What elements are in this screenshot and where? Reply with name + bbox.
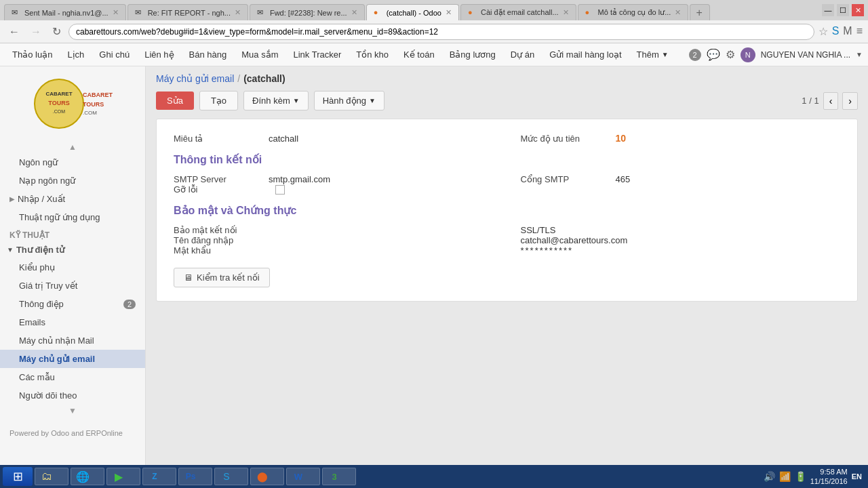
sidebar-item-ngon-ngu[interactable]: Ngôn ngữ	[0, 153, 145, 171]
clock-date: 11/15/2016	[810, 476, 848, 486]
sidebar-item-cac-mau[interactable]: Các mẫu	[0, 368, 145, 386]
taskbar-zalo[interactable]: Z	[142, 468, 176, 485]
tray-volume-icon: 📶	[779, 471, 791, 482]
sidebar-item-emails[interactable]: Emails	[0, 313, 145, 331]
value-smtp-server: smtp.gmail.com	[269, 174, 494, 184]
sidebar-item-ngon-ngu-label: Ngôn ngữ	[19, 157, 58, 167]
sidebar-item-may-chu-gui[interactable]: Máy chủ gửi email	[0, 350, 145, 368]
taskbar-media[interactable]: ▶	[106, 468, 140, 485]
profile-icon[interactable]: M	[843, 25, 852, 38]
maximize-button[interactable]: ☐	[837, 4, 849, 16]
tab-3[interactable]: ✉ Fwd: [#2238]: New re... ✕	[250, 4, 365, 20]
menu-ghi-chu[interactable]: Ghi chú	[92, 47, 136, 62]
tab-1-close[interactable]: ✕	[113, 8, 119, 17]
breadcrumb-parent-link[interactable]: Máy chủ gửi email	[156, 73, 234, 84]
sidebar-item-thuat-ngu-label: Thuật ngữ ứng dụng	[19, 212, 100, 222]
taskbar-chrome[interactable]: 🌐	[71, 468, 104, 485]
menu-mua-sam[interactable]: Mua sắm	[235, 47, 285, 62]
3cx-icon: 3	[328, 470, 340, 483]
sidebar-item-may-chu-nhan[interactable]: Máy chủ nhận Mail	[0, 331, 145, 350]
menu-bang-luong-label: Bảng lương	[450, 49, 496, 60]
settings-icon[interactable]: ⚙	[726, 48, 735, 61]
tab-5-close[interactable]: ✕	[563, 8, 569, 17]
form-row-top: Miêu tả catchall Mức độ ưu tiên 10	[174, 133, 840, 144]
minimize-button[interactable]: —	[822, 4, 834, 16]
menu-gui-mail[interactable]: Gửi mail hàng loạt	[542, 47, 628, 62]
tab-6[interactable]: ● Mô tả công cụ đo lư... ✕	[578, 4, 689, 20]
page-info: 1 / 1	[802, 96, 818, 106]
app2-icon: ⬤	[256, 470, 269, 483]
form-half-muc-do: Mức độ ưu tiên 10	[521, 133, 841, 144]
language-indicator: EN	[852, 472, 862, 481]
tab-3-close[interactable]: ✕	[351, 8, 357, 17]
menu-link-tracker[interactable]: Link Tracker	[286, 47, 348, 62]
sidebar-item-thuat-ngu[interactable]: Thuật ngữ ứng dụng	[0, 208, 145, 226]
next-page-button[interactable]: ›	[842, 92, 858, 110]
menu-ke-toan[interactable]: Kế toán	[397, 47, 441, 62]
start-button[interactable]: ⊞	[3, 467, 33, 486]
taskbar-skype[interactable]: S	[214, 468, 248, 485]
user-avatar[interactable]: N	[741, 47, 755, 62]
chat-icon[interactable]: 💬	[707, 48, 720, 61]
form-half-ssl: SSL/TLS	[521, 225, 841, 235]
menu-ton-kho[interactable]: Tồn kho	[349, 47, 395, 62]
label-go-loi: Gỡ lỗi	[174, 184, 262, 195]
skype-icon[interactable]: S	[832, 25, 840, 38]
scroll-up-indicator[interactable]: ▲	[0, 141, 145, 153]
url-input[interactable]	[68, 24, 814, 40]
breadcrumb-separator: /	[237, 73, 240, 84]
refresh-button[interactable]: ↻	[49, 24, 64, 39]
tab-1[interactable]: ✉ Sent Mail - nghia.nv1@... ✕	[4, 4, 126, 20]
menu-them[interactable]: Thêm ▼	[630, 47, 675, 62]
sidebar-item-nap-ngon-ngu[interactable]: Nạp ngôn ngữ	[0, 171, 145, 190]
scroll-down-indicator[interactable]: ▼	[0, 405, 145, 417]
user-menu-arrow[interactable]: ▼	[856, 51, 863, 58]
menu-bang-luong[interactable]: Bảng lương	[443, 47, 502, 62]
taskbar-photoshop[interactable]: Ps	[178, 468, 212, 485]
menu-du-an[interactable]: Dự án	[504, 47, 541, 62]
attach-dropdown[interactable]: Đính kèm ▼	[243, 91, 309, 110]
create-button[interactable]: Tạo	[199, 91, 238, 110]
form-half-mieu-ta: Miêu tả catchall	[174, 133, 494, 144]
sidebar-item-gia-tri[interactable]: Giá trị Truy vết	[0, 277, 145, 295]
tab-4-close[interactable]: ✕	[446, 8, 452, 17]
extensions-icon[interactable]: ≡	[856, 25, 863, 38]
form-row-ten-dang-nhap: Tên đăng nhập catchall@cabarettours.com	[174, 235, 840, 245]
menu-thao-luan[interactable]: Thảo luận	[5, 47, 59, 62]
checkbox-go-loi[interactable]	[275, 185, 285, 195]
close-button[interactable]: ✕	[852, 4, 864, 16]
menu-thao-luan-label: Thảo luận	[12, 49, 52, 60]
edit-button[interactable]: Sửa	[156, 92, 194, 110]
tab-2[interactable]: ✉ Re: FIT REPORT - ngh... ✕	[127, 4, 248, 20]
taskbar-file-manager[interactable]: 🗂	[35, 468, 68, 485]
sidebar-item-kieu-phu[interactable]: Kiểu phụ	[0, 258, 145, 277]
back-button[interactable]: ←	[5, 24, 23, 39]
sidebar-item-nhap-xuat[interactable]: ▶ Nhập / Xuất	[0, 190, 145, 208]
sidebar-section-ky-thuat: Kỹ thuật	[0, 226, 145, 241]
taskbar-3cx[interactable]: 3	[322, 468, 356, 485]
menu-mua-sam-label: Mua sắm	[241, 49, 278, 60]
sidebar-category-thu-dien-tu[interactable]: ▼ Thư điện tử	[0, 241, 145, 258]
taskbar-word[interactable]: W	[286, 468, 320, 485]
test-connection-button[interactable]: 🖥 Kiểm tra kết nối	[174, 268, 270, 287]
menu-ban-hang[interactable]: Bán hàng	[182, 47, 234, 62]
action-dropdown[interactable]: Hành động ▼	[314, 91, 384, 110]
new-tab-btn[interactable]: +	[690, 4, 710, 20]
tab-6-close[interactable]: ✕	[675, 8, 681, 17]
bookmark-icon[interactable]: ☆	[818, 25, 828, 38]
sidebar-item-thong-diep[interactable]: Thông điệp 2	[0, 295, 145, 313]
svg-text:TOURS: TOURS	[83, 101, 104, 108]
tab-4[interactable]: ● (catchall) - Odoo ✕	[366, 4, 459, 20]
tab-5[interactable]: ● Cài đặt email catchall... ✕	[460, 4, 576, 20]
forward-button[interactable]: →	[27, 24, 45, 39]
sidebar-item-nguoi-doi-theo[interactable]: Người dõi theo	[0, 386, 145, 405]
taskbar-right: 🔊 📶 🔋 9:58 AM 11/15/2016 EN	[764, 467, 865, 487]
menu-lich[interactable]: Lịch	[60, 47, 91, 62]
prev-page-button[interactable]: ‹	[823, 92, 839, 110]
notification-badge[interactable]: 2	[689, 49, 701, 61]
tray-network-icon: 🔊	[764, 471, 775, 482]
tab-2-close[interactable]: ✕	[235, 8, 241, 17]
label-cong-smtp: Cổng SMTP	[521, 174, 609, 184]
taskbar-app2[interactable]: ⬤	[250, 468, 284, 485]
menu-lien-he[interactable]: Liên hệ	[138, 47, 180, 62]
